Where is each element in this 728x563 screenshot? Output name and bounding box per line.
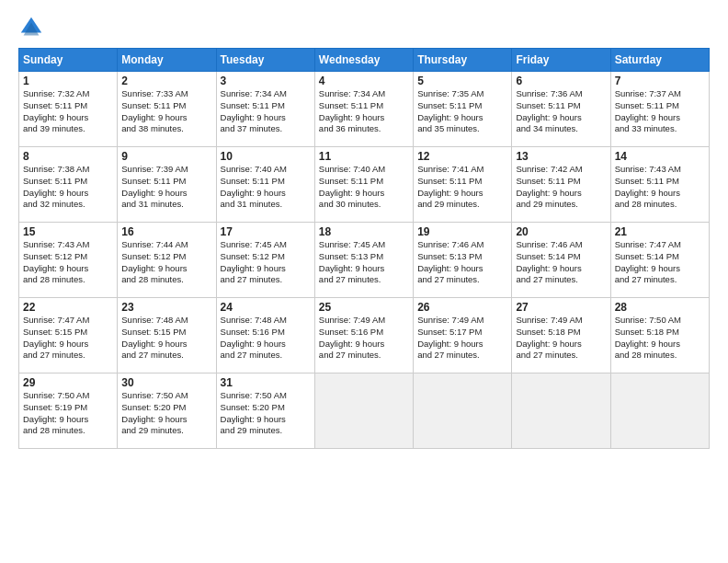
day-info: Sunrise: 7:47 AM Sunset: 5:15 PM Dayligh… — [23, 315, 113, 362]
day-info: Sunrise: 7:49 AM Sunset: 5:17 PM Dayligh… — [417, 315, 507, 362]
page: SundayMondayTuesdayWednesdayThursdayFrid… — [0, 0, 728, 563]
day-info: Sunrise: 7:50 AM Sunset: 5:20 PM Dayligh… — [121, 390, 211, 437]
day-number: 19 — [417, 225, 507, 238]
calendar-day-empty — [314, 373, 413, 449]
day-info: Sunrise: 7:50 AM Sunset: 5:20 PM Dayligh… — [221, 390, 311, 437]
day-info: Sunrise: 7:47 AM Sunset: 5:14 PM Dayligh… — [615, 239, 705, 286]
day-number: 29 — [23, 376, 113, 389]
day-info: Sunrise: 7:42 AM Sunset: 5:11 PM Dayligh… — [516, 164, 606, 211]
calendar-header-row: SundayMondayTuesdayWednesdayThursdayFrid… — [19, 49, 710, 72]
day-info: Sunrise: 7:38 AM Sunset: 5:11 PM Dayligh… — [23, 164, 113, 211]
day-info: Sunrise: 7:49 AM Sunset: 5:16 PM Dayligh… — [319, 315, 409, 362]
day-number: 28 — [615, 301, 705, 314]
calendar-day-2: 2Sunrise: 7:33 AM Sunset: 5:11 PM Daylig… — [118, 72, 216, 147]
day-number: 15 — [23, 225, 113, 238]
calendar-day-19: 19Sunrise: 7:46 AM Sunset: 5:13 PM Dayli… — [414, 223, 512, 298]
calendar-day-17: 17Sunrise: 7:45 AM Sunset: 5:12 PM Dayli… — [216, 223, 314, 298]
calendar-day-5: 5Sunrise: 7:35 AM Sunset: 5:11 PM Daylig… — [414, 72, 512, 147]
calendar-week-1: 1Sunrise: 7:32 AM Sunset: 5:11 PM Daylig… — [19, 72, 710, 147]
calendar-day-8: 8Sunrise: 7:38 AM Sunset: 5:11 PM Daylig… — [19, 147, 118, 223]
day-info: Sunrise: 7:50 AM Sunset: 5:19 PM Dayligh… — [23, 390, 113, 437]
calendar-header-monday: Monday — [118, 49, 216, 72]
calendar-day-27: 27Sunrise: 7:49 AM Sunset: 5:18 PM Dayli… — [512, 298, 610, 373]
calendar-week-2: 8Sunrise: 7:38 AM Sunset: 5:11 PM Daylig… — [19, 147, 710, 223]
day-number: 31 — [221, 376, 311, 389]
calendar-day-14: 14Sunrise: 7:43 AM Sunset: 5:11 PM Dayli… — [610, 147, 709, 223]
day-number: 27 — [516, 301, 606, 314]
calendar-day-23: 23Sunrise: 7:48 AM Sunset: 5:15 PM Dayli… — [118, 298, 216, 373]
calendar-day-3: 3Sunrise: 7:34 AM Sunset: 5:11 PM Daylig… — [216, 72, 314, 147]
calendar-day-18: 18Sunrise: 7:45 AM Sunset: 5:13 PM Dayli… — [314, 223, 413, 298]
calendar-day-29: 29Sunrise: 7:50 AM Sunset: 5:19 PM Dayli… — [19, 373, 118, 449]
calendar-day-7: 7Sunrise: 7:37 AM Sunset: 5:11 PM Daylig… — [610, 72, 709, 147]
day-number: 6 — [516, 75, 606, 87]
day-number: 1 — [23, 75, 113, 87]
day-info: Sunrise: 7:40 AM Sunset: 5:11 PM Dayligh… — [319, 164, 409, 211]
day-info: Sunrise: 7:49 AM Sunset: 5:18 PM Dayligh… — [516, 315, 606, 362]
calendar-day-15: 15Sunrise: 7:43 AM Sunset: 5:12 PM Dayli… — [19, 223, 118, 298]
day-number: 5 — [417, 75, 507, 87]
day-number: 11 — [319, 150, 409, 163]
calendar-day-31: 31Sunrise: 7:50 AM Sunset: 5:20 PM Dayli… — [216, 373, 314, 449]
calendar-day-26: 26Sunrise: 7:49 AM Sunset: 5:17 PM Dayli… — [414, 298, 512, 373]
day-info: Sunrise: 7:34 AM Sunset: 5:11 PM Dayligh… — [319, 88, 409, 135]
day-number: 9 — [121, 150, 211, 163]
day-number: 2 — [121, 75, 211, 87]
day-info: Sunrise: 7:46 AM Sunset: 5:14 PM Dayligh… — [516, 239, 606, 286]
day-info: Sunrise: 7:46 AM Sunset: 5:13 PM Dayligh… — [417, 239, 507, 286]
day-info: Sunrise: 7:33 AM Sunset: 5:11 PM Dayligh… — [121, 88, 211, 135]
day-info: Sunrise: 7:48 AM Sunset: 5:15 PM Dayligh… — [121, 315, 211, 362]
day-number: 8 — [23, 150, 113, 163]
calendar-day-25: 25Sunrise: 7:49 AM Sunset: 5:16 PM Dayli… — [314, 298, 413, 373]
day-number: 20 — [516, 225, 606, 238]
calendar-day-30: 30Sunrise: 7:50 AM Sunset: 5:20 PM Dayli… — [118, 373, 216, 449]
day-number: 4 — [319, 75, 409, 87]
day-info: Sunrise: 7:43 AM Sunset: 5:12 PM Dayligh… — [23, 239, 113, 286]
day-number: 7 — [615, 75, 705, 87]
calendar-day-28: 28Sunrise: 7:50 AM Sunset: 5:18 PM Dayli… — [610, 298, 709, 373]
day-info: Sunrise: 7:35 AM Sunset: 5:11 PM Dayligh… — [417, 88, 507, 135]
day-info: Sunrise: 7:45 AM Sunset: 5:12 PM Dayligh… — [221, 239, 311, 286]
calendar-day-13: 13Sunrise: 7:42 AM Sunset: 5:11 PM Dayli… — [512, 147, 610, 223]
day-number: 17 — [221, 225, 311, 238]
calendar-day-9: 9Sunrise: 7:39 AM Sunset: 5:11 PM Daylig… — [118, 147, 216, 223]
day-info: Sunrise: 7:40 AM Sunset: 5:11 PM Dayligh… — [221, 164, 311, 211]
day-number: 24 — [221, 301, 311, 314]
logo-icon — [18, 15, 44, 40]
calendar-day-24: 24Sunrise: 7:48 AM Sunset: 5:16 PM Dayli… — [216, 298, 314, 373]
calendar-day-6: 6Sunrise: 7:36 AM Sunset: 5:11 PM Daylig… — [512, 72, 610, 147]
calendar-day-empty — [610, 373, 709, 449]
logo — [18, 15, 46, 40]
calendar-week-5: 29Sunrise: 7:50 AM Sunset: 5:19 PM Dayli… — [19, 373, 710, 449]
calendar-day-11: 11Sunrise: 7:40 AM Sunset: 5:11 PM Dayli… — [314, 147, 413, 223]
day-number: 22 — [23, 301, 113, 314]
day-number: 12 — [417, 150, 507, 163]
calendar-day-16: 16Sunrise: 7:44 AM Sunset: 5:12 PM Dayli… — [118, 223, 216, 298]
calendar-day-21: 21Sunrise: 7:47 AM Sunset: 5:14 PM Dayli… — [610, 223, 709, 298]
day-number: 10 — [221, 150, 311, 163]
calendar-day-22: 22Sunrise: 7:47 AM Sunset: 5:15 PM Dayli… — [19, 298, 118, 373]
header — [18, 15, 710, 40]
day-number: 3 — [221, 75, 311, 87]
day-info: Sunrise: 7:45 AM Sunset: 5:13 PM Dayligh… — [319, 239, 409, 286]
day-number: 14 — [615, 150, 705, 163]
calendar-header-saturday: Saturday — [610, 49, 709, 72]
calendar-header-wednesday: Wednesday — [314, 49, 413, 72]
day-info: Sunrise: 7:34 AM Sunset: 5:11 PM Dayligh… — [221, 88, 311, 135]
calendar-day-empty — [512, 373, 610, 449]
day-number: 25 — [319, 301, 409, 314]
calendar-day-1: 1Sunrise: 7:32 AM Sunset: 5:11 PM Daylig… — [19, 72, 118, 147]
calendar-header-tuesday: Tuesday — [216, 49, 314, 72]
day-info: Sunrise: 7:32 AM Sunset: 5:11 PM Dayligh… — [23, 88, 113, 135]
day-number: 21 — [615, 225, 705, 238]
calendar-day-20: 20Sunrise: 7:46 AM Sunset: 5:14 PM Dayli… — [512, 223, 610, 298]
day-number: 30 — [121, 376, 211, 389]
day-info: Sunrise: 7:41 AM Sunset: 5:11 PM Dayligh… — [417, 164, 507, 211]
day-number: 18 — [319, 225, 409, 238]
calendar-header-friday: Friday — [512, 49, 610, 72]
day-number: 23 — [121, 301, 211, 314]
calendar-week-4: 22Sunrise: 7:47 AM Sunset: 5:15 PM Dayli… — [19, 298, 710, 373]
day-number: 16 — [121, 225, 211, 238]
day-info: Sunrise: 7:37 AM Sunset: 5:11 PM Dayligh… — [615, 88, 705, 135]
day-info: Sunrise: 7:48 AM Sunset: 5:16 PM Dayligh… — [221, 315, 311, 362]
